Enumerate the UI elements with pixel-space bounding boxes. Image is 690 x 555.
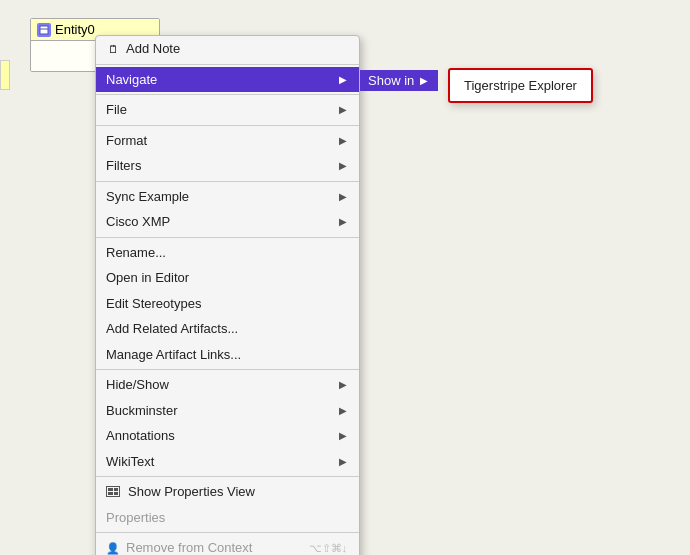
menu-label-remove-from-context: Remove from Context (126, 538, 252, 555)
menu-item-remove-from-context: 👤 Remove from Context ⌥⇧⌘↓ (96, 535, 359, 555)
menu-item-left: Rename... (106, 243, 166, 263)
cisco-xmp-arrow-icon: ▶ (339, 214, 347, 229)
menu-label-file: File (106, 100, 127, 120)
menu-item-navigate[interactable]: Navigate ▶ (96, 67, 359, 93)
annotations-arrow-icon: ▶ (339, 428, 347, 443)
menu-item-left: Navigate (106, 70, 157, 90)
menu-item-left: Hide/Show (106, 375, 169, 395)
entity-name: Entity0 (55, 22, 95, 37)
left-bar (0, 60, 10, 90)
menu-item-left: Annotations (106, 426, 175, 446)
menu-label-properties: Properties (106, 508, 165, 528)
menu-item-left: Edit Stereotypes (106, 294, 201, 314)
menu-label-cisco-xmp: Cisco XMP (106, 212, 170, 232)
menu-item-left: 👤 Remove from Context (106, 538, 252, 555)
navigate-arrow-icon: ▶ (339, 72, 347, 87)
svg-rect-0 (40, 26, 48, 34)
menu-item-open-editor[interactable]: Open in Editor (96, 265, 359, 291)
person-icon: 👤 (106, 540, 120, 556)
menu-label-sync-example: Sync Example (106, 187, 189, 207)
menu-label-edit-stereotypes: Edit Stereotypes (106, 294, 201, 314)
separator-4 (96, 181, 359, 182)
menu-item-left: 🗒 Add Note (106, 39, 180, 59)
menu-item-left: Properties (106, 508, 165, 528)
separator-1 (96, 64, 359, 65)
wikitext-arrow-icon: ▶ (339, 454, 347, 469)
entity-icon (37, 23, 51, 37)
show-in-arrow-icon: ▶ (420, 75, 428, 86)
file-arrow-icon: ▶ (339, 102, 347, 117)
separator-2 (96, 94, 359, 95)
context-menu: 🗒 Add Note Navigate ▶ File ▶ Format ▶ Fi… (95, 35, 360, 555)
menu-label-filters: Filters (106, 156, 141, 176)
menu-label-add-note: Add Note (126, 39, 180, 59)
menu-item-add-note[interactable]: 🗒 Add Note (96, 36, 359, 62)
menu-label-navigate: Navigate (106, 70, 157, 90)
menu-item-left: Add Related Artifacts... (106, 319, 238, 339)
menu-item-rename[interactable]: Rename... (96, 240, 359, 266)
buckminster-arrow-icon: ▶ (339, 403, 347, 418)
show-in-label: Show in ▶ (360, 70, 438, 91)
menu-label-add-related: Add Related Artifacts... (106, 319, 238, 339)
menu-item-tigerstripe-explorer[interactable]: Tigerstripe Explorer (450, 74, 591, 97)
menu-label-rename: Rename... (106, 243, 166, 263)
menu-item-add-related[interactable]: Add Related Artifacts... (96, 316, 359, 342)
menu-item-properties: Properties (96, 505, 359, 531)
menu-item-filters[interactable]: Filters ▶ (96, 153, 359, 179)
separator-6 (96, 369, 359, 370)
menu-label-wikitext: WikiText (106, 452, 154, 472)
note-icon: 🗒 (106, 42, 120, 56)
menu-item-edit-stereotypes[interactable]: Edit Stereotypes (96, 291, 359, 317)
hide-show-arrow-icon: ▶ (339, 377, 347, 392)
menu-item-cisco-xmp[interactable]: Cisco XMP ▶ (96, 209, 359, 235)
menu-item-hide-show[interactable]: Hide/Show ▶ (96, 372, 359, 398)
menu-label-show-properties-view: Show Properties View (128, 482, 255, 502)
menu-item-left: Cisco XMP (106, 212, 170, 232)
separator-5 (96, 237, 359, 238)
menu-label-open-editor: Open in Editor (106, 268, 189, 288)
separator-7 (96, 476, 359, 477)
menu-item-annotations[interactable]: Annotations ▶ (96, 423, 359, 449)
separator-3 (96, 125, 359, 126)
menu-item-left: Buckminster (106, 401, 178, 421)
shortcut-remove-from-context: ⌥⇧⌘↓ (309, 540, 348, 556)
menu-item-format[interactable]: Format ▶ (96, 128, 359, 154)
menu-item-wikitext[interactable]: WikiText ▶ (96, 449, 359, 475)
menu-item-left: Sync Example (106, 187, 189, 207)
sync-example-arrow-icon: ▶ (339, 189, 347, 204)
filters-arrow-icon: ▶ (339, 158, 347, 173)
show-in-popup: Tigerstripe Explorer (448, 68, 593, 103)
menu-item-left: Open in Editor (106, 268, 189, 288)
menu-item-left: Filters (106, 156, 141, 176)
menu-item-left: Manage Artifact Links... (106, 345, 241, 365)
separator-8 (96, 532, 359, 533)
format-arrow-icon: ▶ (339, 133, 347, 148)
menu-label-annotations: Annotations (106, 426, 175, 446)
menu-item-left: WikiText (106, 452, 154, 472)
menu-item-left: Format (106, 131, 147, 151)
menu-label-manage-links: Manage Artifact Links... (106, 345, 241, 365)
show-in-text: Show in (368, 73, 414, 88)
menu-label-hide-show: Hide/Show (106, 375, 169, 395)
menu-item-left: File (106, 100, 127, 120)
menu-item-show-properties-view[interactable]: Show Properties View (96, 479, 359, 505)
menu-label-buckminster: Buckminster (106, 401, 178, 421)
menu-label-format: Format (106, 131, 147, 151)
menu-item-left: Show Properties View (106, 482, 255, 502)
menu-item-file[interactable]: File ▶ (96, 97, 359, 123)
properties-table-icon (106, 486, 120, 497)
menu-item-sync-example[interactable]: Sync Example ▶ (96, 184, 359, 210)
tigerstripe-explorer-label: Tigerstripe Explorer (464, 78, 577, 93)
menu-item-manage-links[interactable]: Manage Artifact Links... (96, 342, 359, 368)
menu-item-buckminster[interactable]: Buckminster ▶ (96, 398, 359, 424)
